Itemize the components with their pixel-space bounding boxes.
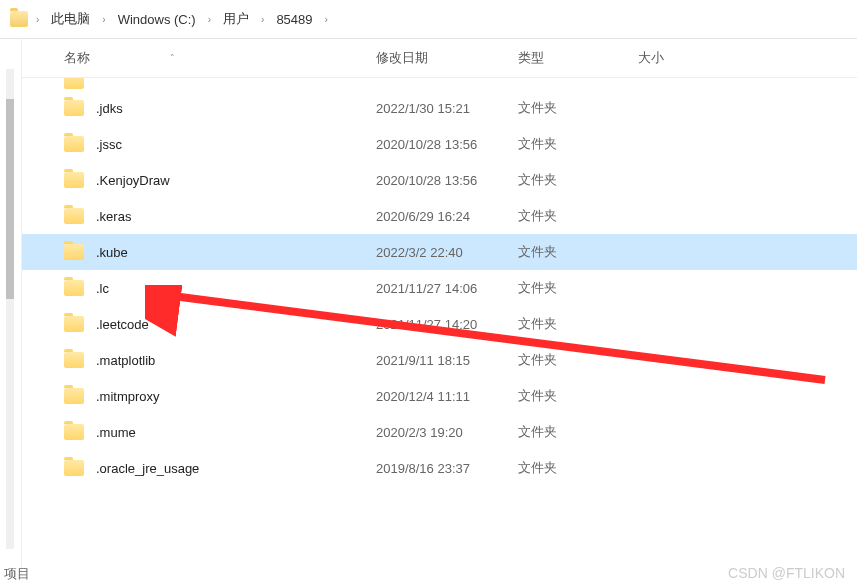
- main-area: 名称 ˄ 修改日期 类型 大小 .jdks2022/1/30 15:21文件夹.…: [0, 39, 857, 574]
- file-type: 文件夹: [518, 243, 638, 261]
- breadcrumb-bar: › 此电脑 › Windows (C:) › 用户 › 85489 ›: [0, 0, 857, 39]
- file-name: .lc: [96, 281, 376, 296]
- header-date[interactable]: 修改日期: [376, 49, 518, 67]
- file-name: .jdks: [96, 101, 376, 116]
- folder-icon: [64, 460, 84, 476]
- folder-icon: [64, 352, 84, 368]
- table-row[interactable]: .KenjoyDraw2020/10/28 13:56文件夹: [22, 162, 857, 198]
- file-type: 文件夹: [518, 387, 638, 405]
- file-type: 文件夹: [518, 279, 638, 297]
- scrollbar-thumb[interactable]: [6, 99, 14, 299]
- file-name: .keras: [96, 209, 376, 224]
- folder-icon: [64, 244, 84, 260]
- table-row[interactable]: .leetcode2021/11/27 14:20文件夹: [22, 306, 857, 342]
- chevron-right-icon[interactable]: ›: [100, 14, 107, 25]
- file-name: .mitmproxy: [96, 389, 376, 404]
- table-row[interactable]: .matplotlib2021/9/11 18:15文件夹: [22, 342, 857, 378]
- folder-icon: [64, 77, 84, 89]
- chevron-right-icon[interactable]: ›: [206, 14, 213, 25]
- table-row[interactable]: .jdks2022/1/30 15:21文件夹: [22, 90, 857, 126]
- header-type[interactable]: 类型: [518, 49, 638, 67]
- file-date: 2020/6/29 16:24: [376, 209, 518, 224]
- file-date: 2020/2/3 19:20: [376, 425, 518, 440]
- file-date: 2020/10/28 13:56: [376, 137, 518, 152]
- file-type: 文件夹: [518, 459, 638, 477]
- file-name: .mume: [96, 425, 376, 440]
- file-name: .oracle_jre_usage: [96, 461, 376, 476]
- file-date: 2021/9/11 18:15: [376, 353, 518, 368]
- table-row[interactable]: .jssc2020/10/28 13:56文件夹: [22, 126, 857, 162]
- header-name-label: 名称: [64, 49, 90, 67]
- folder-icon: [10, 11, 28, 27]
- file-type: 文件夹: [518, 423, 638, 441]
- file-name: .kube: [96, 245, 376, 260]
- table-row[interactable]: .kube2022/3/2 22:40文件夹: [22, 234, 857, 270]
- file-name: .KenjoyDraw: [96, 173, 376, 188]
- table-row[interactable]: .mitmproxy2020/12/4 11:11文件夹: [22, 378, 857, 414]
- table-row[interactable]: .keras2020/6/29 16:24文件夹: [22, 198, 857, 234]
- file-date: 2020/10/28 13:56: [376, 173, 518, 188]
- folder-icon: [64, 424, 84, 440]
- header-name[interactable]: 名称 ˄: [64, 49, 376, 67]
- file-type: 文件夹: [518, 99, 638, 117]
- header-size[interactable]: 大小: [638, 49, 738, 67]
- file-type: 文件夹: [518, 171, 638, 189]
- file-date: 2022/1/30 15:21: [376, 101, 518, 116]
- breadcrumb-this-pc[interactable]: 此电脑: [47, 8, 94, 30]
- left-gutter: [0, 39, 22, 574]
- watermark: CSDN @FTLIKON: [728, 565, 845, 581]
- file-pane: 名称 ˄ 修改日期 类型 大小 .jdks2022/1/30 15:21文件夹.…: [22, 39, 857, 574]
- file-name: .matplotlib: [96, 353, 376, 368]
- file-type: 文件夹: [518, 207, 638, 225]
- chevron-right-icon[interactable]: ›: [34, 14, 41, 25]
- file-type: 文件夹: [518, 351, 638, 369]
- status-bar: 项目: [0, 563, 34, 585]
- item-count-label: 项目: [4, 566, 30, 581]
- chevron-right-icon[interactable]: ›: [259, 14, 266, 25]
- folder-icon: [64, 280, 84, 296]
- file-date: 2022/3/2 22:40: [376, 245, 518, 260]
- folder-icon: [64, 316, 84, 332]
- folder-icon: [64, 172, 84, 188]
- file-list: .jdks2022/1/30 15:21文件夹.jssc2020/10/28 1…: [22, 77, 857, 486]
- file-date: 2021/11/27 14:20: [376, 317, 518, 332]
- table-row[interactable]: .mume2020/2/3 19:20文件夹: [22, 414, 857, 450]
- file-date: 2019/8/16 23:37: [376, 461, 518, 476]
- file-date: 2021/11/27 14:06: [376, 281, 518, 296]
- breadcrumb-users[interactable]: 用户: [219, 8, 253, 30]
- table-row[interactable]: .lc2021/11/27 14:06文件夹: [22, 270, 857, 306]
- column-headers: 名称 ˄ 修改日期 类型 大小: [22, 39, 857, 77]
- breadcrumb-userfolder[interactable]: 85489: [272, 10, 316, 29]
- table-row-partial[interactable]: [22, 77, 857, 90]
- file-type: 文件夹: [518, 315, 638, 333]
- chevron-right-icon[interactable]: ›: [323, 14, 330, 25]
- file-name: .jssc: [96, 137, 376, 152]
- file-name: .leetcode: [96, 317, 376, 332]
- folder-icon: [64, 388, 84, 404]
- breadcrumb-drive-c[interactable]: Windows (C:): [114, 10, 200, 29]
- folder-icon: [64, 136, 84, 152]
- file-date: 2020/12/4 11:11: [376, 389, 518, 404]
- table-row[interactable]: .oracle_jre_usage2019/8/16 23:37文件夹: [22, 450, 857, 486]
- file-type: 文件夹: [518, 135, 638, 153]
- folder-icon: [64, 208, 84, 224]
- sort-caret-icon: ˄: [170, 53, 175, 63]
- folder-icon: [64, 100, 84, 116]
